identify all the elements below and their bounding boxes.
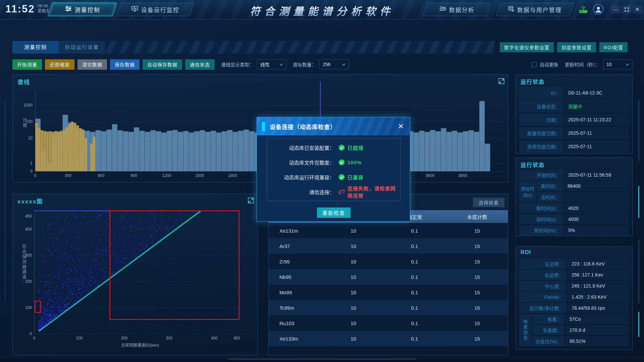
check-label: 通信连接： (267, 188, 334, 195)
coincidence-map-panel: xxxxx图 符合探测器通道… (12, 194, 258, 355)
info-row: 总计数/净计数：78.44/59.83 cps (519, 303, 629, 313)
chevron-down-icon (626, 63, 629, 66)
select-nuclide-button[interactable]: 选择核素 (473, 198, 504, 207)
table-row[interactable]: Ru103100.115 (269, 315, 508, 331)
clock-time: 11:52 (5, 3, 35, 15)
spectrum-display-type-label: 谱线显示类型： (221, 61, 254, 68)
device-connection-modal: 设备连接（动态库检查） ✕ 动态库已安装配置：已就绪动态库文件完整度：100%动… (257, 117, 410, 222)
nav-tab-label: 测量控制 (75, 5, 100, 14)
table-cell: 15 (446, 238, 508, 254)
network-device-icon[interactable] (578, 5, 589, 14)
recheck-button[interactable]: 重新检查 (317, 207, 351, 218)
channel-count-select[interactable]: 256 (319, 59, 349, 69)
table-cell: 15 (446, 269, 508, 285)
maximize-button[interactable] (622, 5, 631, 13)
monitor-icon (131, 6, 138, 13)
check-circle-icon (338, 159, 345, 166)
app-title: 符合测量能谱分析软件 (250, 3, 394, 18)
info-row: 右边界：256 :127.1 Kev (519, 270, 629, 280)
check-circle-icon (338, 144, 345, 151)
roi-panel: ROI 左边界：223 : 116.6 KeV右边界：256 :127.1 Ke… (516, 246, 633, 350)
date-text: 06-06 (38, 4, 50, 9)
table-cell: 10 (324, 315, 383, 331)
title-accent-bar (262, 122, 265, 131)
user-avatar-icon[interactable] (593, 4, 604, 15)
tab-auto-run-settings[interactable]: 自动运行设置 (59, 41, 105, 54)
control-button[interactable]: 还原缩放 (45, 59, 74, 70)
info-row: 开始时间：2025-07-11 11:56:59 (519, 170, 629, 180)
chevron-down-icon (279, 63, 283, 66)
control-row: 开始测量还原缩放清空数据保存数据自动保存数据通信状态 谱线显示类型： 线性 道址… (12, 59, 349, 70)
table-cell: 15 (446, 331, 508, 346)
modal-title: 设备连接（动态库检查） (270, 122, 336, 131)
tab-measure-control[interactable]: 测量控制 (12, 41, 59, 54)
digitizer-params-button[interactable]: 数字化谱仪参数设置 (500, 42, 554, 52)
close-icon[interactable]: ✕ (396, 122, 405, 131)
expand-icon[interactable] (498, 78, 504, 84)
nav-tab-data-user-mgmt[interactable]: 数据与用户管理 (496, 3, 574, 16)
table-row[interactable]: Xe131m100.115 (269, 223, 508, 238)
info-row: 左边界：223 : 116.6 KeV (519, 259, 629, 269)
scatter-chart-canvas[interactable] (13, 194, 257, 355)
info-row: 中心道：245 : 121.9 KeV (519, 281, 629, 291)
table-cell: 0.1 (383, 238, 446, 254)
info-row: 活时间： (537, 192, 629, 202)
nav-tab-device-monitor[interactable]: 设备运行监控 (117, 3, 194, 16)
table-cell: Tc99m (269, 300, 324, 315)
close-icon[interactable]: ✕ (633, 5, 642, 13)
report-icon (439, 6, 446, 13)
edge-accent (638, 186, 639, 218)
app-header: 11:52 06-06 星期五 测量控制 设备运行监控 (0, 0, 644, 19)
select-value: 线性 (260, 61, 270, 68)
weekday-text: 星期五 (38, 9, 50, 14)
sliders-icon (65, 6, 72, 13)
info-group: 核素信息核素：57Co半衰期：270.9 d分支比(%)：85.51% (519, 314, 629, 346)
table-cell: 15 (446, 254, 508, 269)
spectrum-display-type-select[interactable]: 线性 (257, 59, 286, 69)
table-row[interactable]: Nb95100.115 (269, 269, 508, 285)
auto-update-checkbox[interactable] (532, 62, 537, 67)
check-status: 已就绪 (347, 144, 364, 151)
expand-icon[interactable] (248, 197, 254, 203)
control-button[interactable]: 开始测量 (12, 59, 42, 70)
table-cell: Ar37 (269, 238, 324, 254)
table-row[interactable]: Xe133m100.115 (269, 331, 508, 346)
table-cell: Ru103 (269, 315, 324, 331)
control-button[interactable]: 通信状态 (185, 59, 215, 70)
update-interval-select[interactable]: 10 (603, 59, 633, 69)
broken-link-icon (338, 189, 345, 195)
check-row: 动态库运行环境兼容：已兼容 (267, 170, 400, 184)
info-row: 核素：57Co (532, 314, 629, 324)
control-button[interactable]: 清空数据 (77, 59, 107, 70)
chevron-down-icon (342, 63, 345, 66)
table-cell: 0.1 (383, 223, 446, 238)
table-cell: 10 (324, 269, 383, 285)
table-cell: 10 (324, 331, 383, 346)
table-row[interactable]: Mo99100.115 (269, 285, 508, 300)
table-cell: 10 (324, 300, 383, 315)
info-row: ID：D0-11-A9-12-3C (519, 87, 629, 99)
table-row[interactable]: Tc99m100.115 (269, 300, 508, 315)
table-cell: 10 (324, 254, 383, 269)
coincidence-map-title: xxxxx图 (17, 197, 43, 205)
check-label: 动态库已安装配置： (267, 144, 334, 151)
nav-tab-data-analysis[interactable]: 数据分析 (423, 3, 491, 16)
calibration-params-button[interactable]: 刻度参数设置 (557, 42, 596, 52)
control-button[interactable]: 保存数据 (110, 59, 140, 70)
select-value: 256 (323, 62, 330, 67)
table-row[interactable]: Ar37100.115 (269, 238, 508, 254)
check-row: 通信连接：连接失败，请检查网络连接 (267, 184, 400, 199)
param-buttons: 数字化谱仪参数设置 刻度参数设置 ROI配置 (500, 42, 628, 52)
check-row: 动态库已安装配置：已就绪 (267, 140, 400, 155)
roi-config-button[interactable]: ROI配置 (599, 42, 628, 52)
minimize-button[interactable]: ─ (611, 5, 621, 13)
control-button[interactable]: 自动保存数据 (143, 59, 182, 70)
nav-tab-measure-control[interactable]: 测量控制 (48, 3, 117, 16)
channel-count-label: 道址数量： (293, 61, 316, 68)
table-cell: Xe131m (269, 223, 324, 238)
table-cell: 0.1 (383, 331, 446, 346)
database-icon (508, 6, 514, 13)
edge-accent (638, 240, 639, 303)
spectrum-panel-title: 谱线 (17, 77, 30, 86)
table-row[interactable]: Zr95100.115 (269, 254, 508, 269)
